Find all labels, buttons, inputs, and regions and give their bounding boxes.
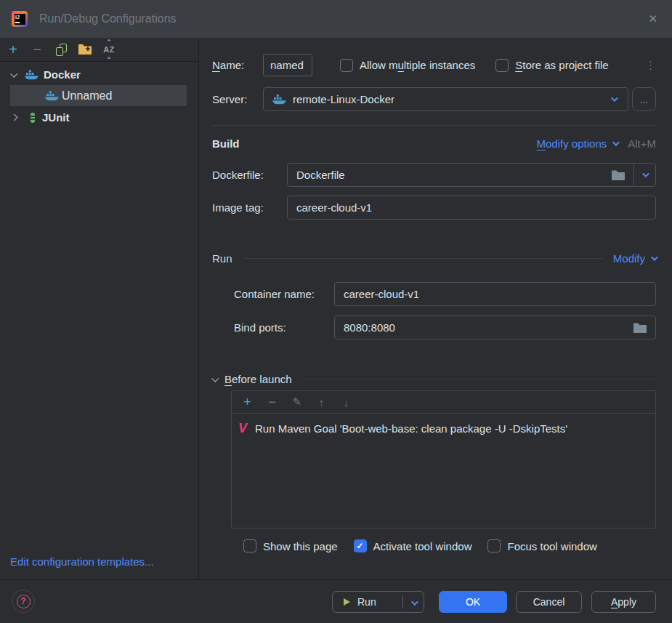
server-label: Server:	[212, 93, 263, 105]
sidebar-item-unnamed[interactable]: Unnamed	[10, 85, 187, 106]
build-title: Build	[212, 137, 240, 150]
help-icon: ?	[17, 595, 31, 608]
before-launch-panel: + − ✎ ↑ ↓ V Run Maven Goal 'Boot-web-bas…	[231, 390, 656, 528]
folder-icon[interactable]	[633, 323, 647, 333]
server-row: Server: remote-Linux-Docker ...	[212, 87, 656, 111]
modify-options-link[interactable]: Modify options	[537, 137, 618, 150]
build-section-header: Build Modify options Alt+M	[212, 134, 656, 152]
image-tag-input[interactable]: career-cloud-v1	[287, 196, 656, 220]
divider	[302, 379, 656, 379]
sidebar-item-label: Docker	[44, 68, 81, 81]
docker-icon	[272, 94, 286, 105]
chevron-down-icon[interactable]	[10, 71, 17, 78]
server-select[interactable]: remote-Linux-Docker	[263, 87, 628, 111]
junit-icon	[28, 112, 37, 124]
activate-tool-window-checkbox[interactable]	[354, 539, 367, 552]
chevron-down-icon	[612, 139, 620, 146]
chevron-right-icon[interactable]	[11, 114, 18, 121]
before-launch-header: Before launch	[212, 371, 656, 387]
edit-configuration-templates-link[interactable]: Edit configuration templates...	[10, 555, 154, 568]
show-this-page-label: Show this page	[263, 540, 338, 552]
sidebar-item-docker-group[interactable]: Docker	[0, 64, 199, 85]
show-this-page-checkbox[interactable]	[243, 539, 256, 552]
kebab-menu-icon[interactable]: ⋮	[645, 59, 656, 72]
copy-configuration-button[interactable]	[54, 41, 68, 57]
allow-multiple-instances-checkbox[interactable]	[340, 59, 353, 72]
remove-task-button[interactable]: −	[266, 395, 278, 410]
chevron-down-icon[interactable]	[211, 374, 219, 382]
server-browse-button[interactable]: ...	[632, 87, 656, 111]
image-tag-label: Image tag:	[212, 201, 287, 214]
chevron-down-icon	[611, 95, 618, 102]
edit-task-button[interactable]: ✎	[291, 395, 303, 409]
name-input[interactable]	[263, 54, 312, 76]
copy-icon	[56, 44, 67, 56]
new-folder-icon	[78, 44, 92, 55]
play-icon	[342, 598, 351, 606]
chevron-down-icon	[651, 254, 658, 261]
dockerfile-combo[interactable]: Dockerfile	[287, 163, 656, 187]
dockerfile-row: Dockerfile: Dockerfile	[212, 163, 656, 187]
remove-configuration-button[interactable]: −	[30, 41, 44, 57]
add-configuration-button[interactable]: +	[6, 41, 20, 57]
arrow-up-icon: ↑	[319, 396, 325, 409]
before-launch-task-row[interactable]: V Run Maven Goal 'Boot-web-base: clean p…	[232, 414, 655, 436]
folder-icon[interactable]	[612, 170, 625, 180]
intellij-logo-icon: IJ	[12, 11, 28, 27]
allow-multiple-instances-label: Allow multiple instances	[360, 59, 475, 71]
run-section-header: Run Modify	[212, 250, 656, 266]
run-button[interactable]: Run	[332, 591, 424, 613]
move-up-button[interactable]: ↑	[315, 396, 328, 409]
pencil-icon: ✎	[292, 395, 301, 409]
create-folder-button[interactable]	[78, 41, 92, 57]
focus-tool-window-checkbox[interactable]	[487, 539, 501, 552]
add-task-button[interactable]: +	[241, 395, 254, 410]
ok-button[interactable]: OK	[439, 591, 507, 613]
dockerfile-value: Dockerfile	[296, 169, 345, 181]
before-launch-toolbar: + − ✎ ↑ ↓	[232, 391, 655, 414]
modify-options-shortcut: Alt+M	[628, 137, 656, 150]
run-title: Run	[212, 252, 232, 265]
activate-tool-window-label: Activate tool window	[373, 540, 472, 552]
sort-az-icon: AZ	[103, 45, 115, 54]
divider	[402, 595, 403, 608]
container-name-row: Container name: career-cloud-v1	[234, 282, 656, 306]
ellipsis-icon: ...	[640, 94, 649, 105]
server-value: remote-Linux-Docker	[293, 93, 394, 105]
bind-ports-input[interactable]: 8080:8080	[334, 315, 656, 339]
store-as-project-file-label: Store as project file	[515, 59, 608, 71]
bind-ports-row: Bind ports: 8080:8080	[234, 315, 656, 339]
sort-configurations-button[interactable]: AZ	[102, 41, 116, 57]
maven-icon: V	[235, 420, 250, 436]
cancel-button[interactable]: Cancel	[516, 591, 582, 613]
page-options-row: Show this page Activate tool window Focu…	[243, 539, 597, 553]
before-launch-title: Before launch	[224, 373, 292, 385]
footer-buttons: Run OK Cancel Apply	[332, 591, 656, 613]
run-options-dropdown[interactable]	[411, 596, 416, 608]
title-bar: IJ Run/Debug Configurations ✕	[0, 0, 672, 38]
dialog-footer: ? Run OK Cancel Apply	[0, 579, 672, 623]
apply-button[interactable]: Apply	[591, 591, 656, 613]
container-name-value: career-cloud-v1	[344, 288, 419, 300]
modify-link[interactable]: Modify	[613, 252, 656, 265]
window-title: Run/Debug Configurations	[39, 12, 177, 25]
configurations-sidebar: + − AZ Docker	[0, 38, 199, 579]
sidebar-item-label: Unnamed	[62, 89, 112, 103]
help-button[interactable]: ?	[12, 590, 35, 613]
move-down-button[interactable]: ↓	[340, 396, 352, 409]
configuration-form: Name: Allow multiple instances Store as …	[200, 38, 672, 579]
arrow-down-icon: ↓	[344, 396, 349, 409]
close-icon[interactable]: ✕	[645, 11, 660, 27]
docker-icon	[45, 90, 59, 101]
name-row: Name: Allow multiple instances Store as …	[212, 54, 656, 76]
name-label: Name:	[212, 59, 263, 71]
focus-tool-window-label: Focus tool window	[507, 540, 596, 552]
task-label: Run Maven Goal 'Boot-web-base: clean pac…	[255, 422, 567, 435]
bind-ports-label: Bind ports:	[234, 321, 334, 334]
store-as-project-file-checkbox[interactable]	[495, 59, 509, 72]
sidebar-item-junit-group[interactable]: JUnit	[0, 107, 199, 128]
sidebar-toolbar: + − AZ	[0, 38, 198, 62]
dockerfile-dropdown-button[interactable]	[634, 164, 655, 186]
container-name-input[interactable]: career-cloud-v1	[334, 282, 656, 306]
container-name-label: Container name:	[234, 288, 334, 300]
